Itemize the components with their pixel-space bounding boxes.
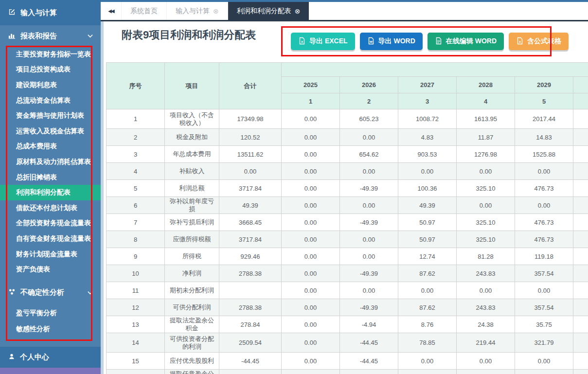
tab-active[interactable]: 利润和利润分配表⊗ [228, 2, 309, 20]
tab-label: 利润和利润分配表 [237, 7, 291, 16]
cell-value: 0.00 [457, 353, 515, 370]
period-header: 1 [282, 93, 340, 109]
cell-total: 278.84 [219, 316, 282, 333]
sidebar-item[interactable]: 自有资金财务现金流量表 [0, 231, 101, 247]
formula-table-button[interactable]: x 含公式表格 [509, 33, 569, 50]
cell-value: 1008.72 [398, 109, 457, 129]
period-header: 4 [457, 93, 515, 109]
sidebar-item[interactable]: 建设期利息表 [0, 77, 101, 93]
cell-value: 0.00 [340, 248, 398, 265]
cell-seq: 6 [107, 197, 165, 214]
cell-value: -4.94 [340, 316, 398, 333]
sidebar-item[interactable]: 总成本费用表 [0, 139, 101, 155]
sidebar-item[interactable]: 资产负债表 [0, 262, 101, 277]
year-header: 2025 [282, 77, 340, 93]
sidebar-item[interactable]: 借款还本付息计划表 [0, 200, 101, 216]
close-tab-icon[interactable]: ⊗ [213, 7, 219, 15]
cell-seq: 2 [107, 129, 165, 146]
sidebar-item[interactable]: 总流动资金估算表 [0, 93, 101, 108]
tab-item[interactable]: 系统首页 [121, 2, 166, 20]
sidebar-section-label: 不确定性分析 [20, 288, 64, 297]
cell-value: 0.00 [515, 197, 573, 214]
sidebar-section-uncertainty[interactable]: 不确定性分析 [0, 283, 101, 303]
analysis-items-list: 盈亏平衡分析敏感性分析 [0, 305, 101, 338]
cell-value: 654.62 [340, 146, 398, 163]
cell-value: 87.62 [398, 299, 457, 316]
table-row: 11期初未分配利润0.000.000.000.000.00 [107, 282, 588, 299]
year-header: 2027 [398, 77, 457, 93]
sidebar-item[interactable]: 利润和利润分配表 [0, 185, 101, 200]
sidebar-item[interactable]: 全部投资财务现金流量表 [0, 216, 101, 232]
sidebar-item[interactable]: 项目总投资构成表 [0, 62, 101, 78]
cell-value: 119.18 [515, 248, 573, 265]
cell-item-name: 提取法定盈余公积金 [165, 316, 219, 333]
cell-value: 1276.98 [457, 146, 515, 163]
cell-value: 0.00 [340, 282, 398, 299]
table-row: 12可供分配利润2788.380.00-49.3987.62243.83357.… [107, 299, 588, 316]
cell-total: 3668.45 [219, 214, 282, 231]
sidebar-item[interactable]: 敏感性分析 [0, 321, 101, 338]
sidebar-section-reports[interactable]: 报表和报告 [0, 25, 101, 47]
table-row: 15应付优先股股利-44.450.00-44.450.000.000.00 [107, 353, 588, 370]
export-word-button[interactable]: w 导出 WORD [360, 33, 423, 50]
sidebar-item[interactable]: 资金筹措与使用计划表 [0, 108, 101, 124]
cell-seq: 3 [107, 146, 165, 163]
svg-text:x: x [301, 39, 303, 43]
tab-item[interactable]: 输入与计算⊗ [166, 2, 228, 20]
cell-value: 0.00 [515, 282, 573, 299]
online-edit-word-button[interactable]: 在线编辑 WORD [428, 33, 504, 50]
cell-value: 100.36 [398, 180, 457, 197]
svg-text:w: w [369, 39, 373, 43]
table-header-group-row: 序号 项目 合计 [107, 63, 588, 77]
close-tab-icon[interactable]: ⊗ [295, 7, 301, 15]
sidebar-item[interactable]: 主要投资财务指标一览表 [0, 47, 101, 62]
clipped-column-header [573, 77, 588, 93]
profit-distribution-table: 序号 项目 合计 20252026202720282029 12345 1项目收… [106, 62, 588, 374]
cell-item-name: 所得税 [165, 248, 219, 265]
collapse-tabs-button[interactable]: ◀◀ [101, 2, 121, 20]
chevron-down-icon [88, 291, 93, 295]
cell-value: 0.00 [398, 163, 457, 180]
sidebar-item[interactable]: 总折旧摊销表 [0, 170, 101, 185]
sidebar-item-input-calc[interactable]: 输入与计算 [0, 0, 101, 25]
cell-value: 476.73 [515, 231, 573, 248]
bar-chart-icon [8, 32, 16, 40]
period-header: 3 [398, 93, 457, 109]
cell-value: 476.73 [515, 214, 573, 231]
cell-value: 0.00 [457, 163, 515, 180]
profit-table-wrap: 序号 项目 合计 20252026202720282029 12345 1项目收… [106, 62, 588, 374]
export-excel-button[interactable]: x 导出 EXCEL [291, 33, 355, 50]
button-label: 含公式表格 [527, 37, 561, 46]
cell-value: 0.00 [282, 163, 340, 180]
sidebar-item[interactable]: 财务计划现金流量表 [0, 247, 101, 262]
sidebar-item-personal-center[interactable]: 个人中心 [0, 347, 101, 368]
cell-value [515, 370, 573, 374]
cell-value: -49.39 [340, 214, 398, 231]
table-row: 2税金及附加120.520.000.004.8311.8714.83 [107, 129, 588, 146]
cell-value: 0.00 [282, 129, 340, 146]
cell-item-name: 提取任意盈余公积金 [165, 370, 219, 374]
cell-value: 0.00 [282, 146, 340, 163]
cell-seq: 14 [107, 333, 165, 353]
cell-value [573, 109, 588, 129]
sidebar-item[interactable]: 盈亏平衡分析 [0, 305, 101, 321]
chevron-down-icon [88, 34, 93, 38]
cell-value: 8.76 [398, 316, 457, 333]
cell-seq: 16 [107, 370, 165, 374]
tab-label: 系统首页 [130, 7, 158, 16]
cell-value: 0.00 [282, 197, 340, 214]
cell-item-name: 弥补以前年度亏损 [165, 197, 219, 214]
cell-item-name: 利润总额 [165, 180, 219, 197]
cell-value: -49.39 [340, 265, 398, 282]
column-header-total: 合计 [219, 63, 282, 109]
cell-value: 325.10 [457, 231, 515, 248]
sidebar-item[interactable]: 运营收入及税金估算表 [0, 124, 101, 139]
cell-value [573, 231, 588, 248]
cell-value: 49.39 [398, 197, 457, 214]
cell-total [219, 282, 282, 299]
content-left-edge [101, 21, 104, 374]
cell-value: 0.00 [282, 333, 340, 353]
sidebar-item[interactable]: 原材料及动力消耗估算表 [0, 154, 101, 170]
user-icon [8, 353, 15, 361]
column-header-item: 项目 [165, 63, 219, 109]
